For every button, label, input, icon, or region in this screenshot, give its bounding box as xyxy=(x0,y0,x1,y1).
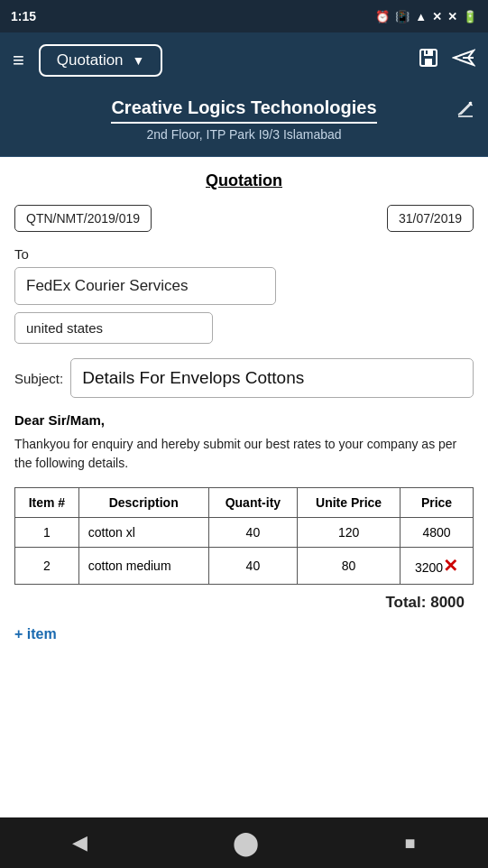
battery-icon: 🔋 xyxy=(463,10,477,23)
subject-input[interactable]: Details For Envelops Cottons xyxy=(70,358,474,398)
total-value: 8000 xyxy=(430,594,465,612)
col-header-total: Price xyxy=(401,488,474,518)
recipient-country[interactable]: united states xyxy=(14,312,213,344)
doc-meta: QTN/NMT/2019/019 31/07/2019 xyxy=(14,205,474,232)
signal-icon: ✕ xyxy=(432,10,442,23)
back-button[interactable]: ◀ xyxy=(54,831,106,854)
items-table: Item # Description Quant-ity Unite Price… xyxy=(14,487,474,585)
company-address: 2nd Floor, ITP Park I9/3 Islamabad xyxy=(18,127,470,142)
recipient-name[interactable]: FedEx Courier Services xyxy=(14,267,276,305)
subject-label: Subject: xyxy=(14,371,63,386)
save-button[interactable] xyxy=(418,47,439,74)
toolbar: ≡ Quotation ▼ xyxy=(0,32,488,88)
company-name: Creative Logics Techonologies xyxy=(111,97,376,124)
document-id: QTN/NMT/2019/019 xyxy=(14,205,152,232)
menu-icon[interactable]: ≡ xyxy=(13,51,24,70)
svg-rect-1 xyxy=(424,50,433,56)
home-icon: ⬤ xyxy=(233,829,259,857)
recents-icon: ■ xyxy=(404,833,415,854)
vibrate-icon: 📳 xyxy=(395,10,410,23)
quotation-dropdown[interactable]: Quotation ▼ xyxy=(39,44,163,77)
col-header-price: Unite Price xyxy=(298,488,401,518)
item-quantity: 40 xyxy=(208,548,297,585)
status-bar: 1:15 ⏰ 📳 ▲ ✕ ✕ 🔋 xyxy=(0,0,488,32)
back-icon: ◀ xyxy=(72,831,87,854)
toolbar-left: ≡ Quotation ▼ xyxy=(13,44,162,77)
item-price: 4800 xyxy=(401,518,474,548)
send-icon xyxy=(452,51,475,73)
delete-row-icon[interactable]: ✕ xyxy=(443,556,458,576)
svg-rect-2 xyxy=(425,59,432,65)
col-header-qty: Quant-ity xyxy=(208,488,297,518)
total-label: Total: xyxy=(385,594,426,612)
dropdown-label: Quotation xyxy=(57,51,124,69)
edit-company-button[interactable] xyxy=(456,99,475,124)
item-quantity: 40 xyxy=(208,518,297,548)
svg-rect-3 xyxy=(426,51,428,54)
document-date: 31/07/2019 xyxy=(387,205,474,232)
bottom-nav: ◀ ⬤ ■ xyxy=(0,817,488,868)
status-icons: ⏰ 📳 ▲ ✕ ✕ 🔋 xyxy=(375,10,477,23)
home-button[interactable]: ⬤ xyxy=(215,829,277,857)
total-row: Total: 8000 xyxy=(14,585,474,612)
send-button[interactable] xyxy=(452,47,475,74)
item-unit-price: 80 xyxy=(298,548,401,585)
table-row: 1 cotton xl 40 120 4800 xyxy=(15,518,474,548)
item-description: cotton xl xyxy=(78,518,208,548)
chevron-down-icon: ▼ xyxy=(133,53,145,68)
item-unit-price: 120 xyxy=(298,518,401,548)
item-description: cotton medium xyxy=(78,548,208,585)
edit-icon xyxy=(456,103,475,123)
alarm-icon: ⏰ xyxy=(375,10,390,23)
wifi-icon: ▲ xyxy=(415,10,427,23)
toolbar-right xyxy=(418,47,475,74)
save-icon xyxy=(418,51,439,73)
body-text: Thankyou for enquiry and hereby submit o… xyxy=(14,435,474,473)
col-header-item: Item # xyxy=(15,488,79,518)
quotation-title: Quotation xyxy=(14,171,474,190)
item-number: 2 xyxy=(15,548,79,585)
item-number: 1 xyxy=(15,518,79,548)
col-header-desc: Description xyxy=(78,488,208,518)
main-content: Quotation QTN/NMT/2019/019 31/07/2019 To… xyxy=(0,157,488,817)
company-header: Creative Logics Techonologies 2nd Floor,… xyxy=(0,88,488,157)
to-label: To xyxy=(14,246,474,262)
table-row: 2 cotton medium 40 80 3200✕ xyxy=(15,548,474,585)
signal2-icon: ✕ xyxy=(447,10,457,23)
recents-button[interactable]: ■ xyxy=(386,833,433,854)
greeting: Dear Sir/Mam, xyxy=(14,412,474,428)
status-time: 1:15 xyxy=(11,9,36,23)
add-item-button[interactable]: + item xyxy=(14,619,57,650)
subject-row: Subject: Details For Envelops Cottons xyxy=(14,358,474,398)
item-price: 3200✕ xyxy=(401,548,474,585)
